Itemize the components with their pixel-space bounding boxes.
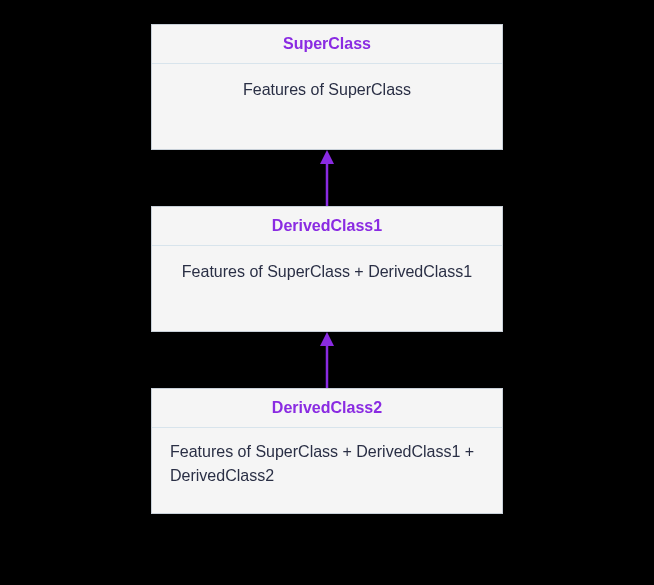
class-features: Features of SuperClass xyxy=(152,64,502,149)
class-box-derivedclass2: DerivedClass2 Features of SuperClass + D… xyxy=(151,388,503,514)
svg-marker-3 xyxy=(320,332,334,346)
class-box-superclass: SuperClass Features of SuperClass xyxy=(151,24,503,150)
arrow-up-icon xyxy=(317,332,337,388)
inheritance-arrow xyxy=(317,150,337,206)
inheritance-arrow xyxy=(317,332,337,388)
class-features: Features of SuperClass + DerivedClass1 xyxy=(152,246,502,331)
class-box-derivedclass1: DerivedClass1 Features of SuperClass + D… xyxy=(151,206,503,332)
arrow-up-icon xyxy=(317,150,337,206)
class-features: Features of SuperClass + DerivedClass1 +… xyxy=(152,428,502,513)
class-name: DerivedClass2 xyxy=(152,389,502,428)
class-name: DerivedClass1 xyxy=(152,207,502,246)
svg-marker-1 xyxy=(320,150,334,164)
class-name: SuperClass xyxy=(152,25,502,64)
